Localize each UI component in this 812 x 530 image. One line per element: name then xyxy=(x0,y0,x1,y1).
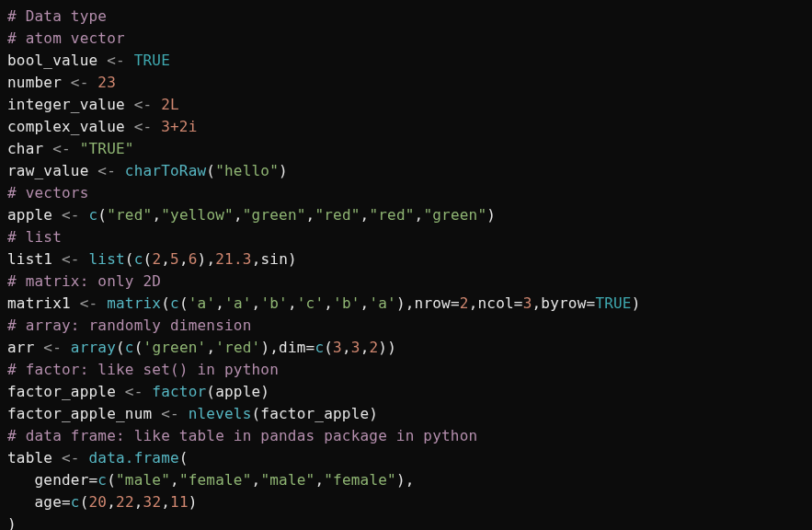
ident-table: table xyxy=(7,449,52,467)
code-block: # Data type # atom vector bool_value <- … xyxy=(0,0,812,530)
ident-bool-value: bool_value xyxy=(7,52,97,69)
assign-op: <- xyxy=(71,294,107,312)
assign-op: <- xyxy=(125,96,161,113)
assign-op: <- xyxy=(35,339,71,356)
fn-nlevels: nlevels xyxy=(189,405,252,422)
kw-dim: dim xyxy=(279,339,306,356)
literal-true: TRUE xyxy=(134,52,170,69)
fn-c-matrix: c xyxy=(170,294,179,312)
comment-vectors: # vectors xyxy=(7,184,89,202)
ident-matrix1: matrix1 xyxy=(7,294,71,312)
str-green2: "green" xyxy=(423,206,486,224)
fn-c-dim: c xyxy=(315,339,324,356)
str-red: "red" xyxy=(107,206,152,224)
ident-complex-value: complex_value xyxy=(7,118,125,135)
ident-char: char xyxy=(7,140,43,157)
arg-factor-apple: factor_apple xyxy=(260,405,369,422)
fn-c-arr1: c xyxy=(125,339,134,356)
ident-number: number xyxy=(7,74,62,91)
num-32: 32 xyxy=(143,493,162,511)
str-male1: "male" xyxy=(116,471,170,489)
assign-op: <- xyxy=(52,449,88,467)
kw-nrow: nrow xyxy=(415,294,451,312)
str-female1: "female" xyxy=(179,471,252,489)
num-11: 11 xyxy=(170,493,189,511)
str-b2: 'b' xyxy=(333,294,360,312)
num-6: 6 xyxy=(189,250,198,268)
arg-hello: "hello" xyxy=(215,162,279,179)
kw-age: age xyxy=(35,493,63,511)
ident-arr: arr xyxy=(7,339,35,356)
comment-data-type: # Data type xyxy=(7,7,107,25)
literal-true-byrow: TRUE xyxy=(595,294,631,312)
fn-list: list xyxy=(89,250,125,268)
str-male2: "male" xyxy=(260,471,315,489)
str-red-arr: 'red' xyxy=(215,339,260,356)
fn-chartoraw: charToRaw xyxy=(125,162,207,179)
str-green-arr: 'green' xyxy=(143,339,207,356)
num-d3: 2 xyxy=(369,339,378,356)
str-green: "green" xyxy=(243,206,306,224)
arg-apple: apple xyxy=(215,383,260,400)
comment-list: # list xyxy=(7,228,62,246)
num-ncol: 3 xyxy=(523,294,532,312)
literal-char-true: "TRUE" xyxy=(80,140,134,157)
num-5: 5 xyxy=(170,250,179,268)
ident-list1: list1 xyxy=(7,250,52,268)
num-20: 20 xyxy=(89,493,108,511)
num-d1: 3 xyxy=(333,339,342,356)
kw-byrow: byrow xyxy=(541,294,586,312)
ident-sin: sin xyxy=(260,250,288,268)
fn-c-gender: c xyxy=(97,471,107,489)
comment-array: # array: randomly dimension xyxy=(7,317,252,334)
ident-integer-value: integer_value xyxy=(7,96,125,113)
num-2: 2 xyxy=(152,250,161,268)
str-red3: "red" xyxy=(369,206,414,224)
fn-factor: factor xyxy=(152,383,206,400)
kw-gender: gender xyxy=(35,471,89,489)
ident-factor-apple: factor_apple xyxy=(7,383,116,400)
str-c1: 'c' xyxy=(297,294,325,312)
comment-atom-vector: # atom vector xyxy=(7,29,125,47)
assign-op: <- xyxy=(152,405,188,422)
literal-23: 23 xyxy=(97,74,116,91)
fn-c-age: c xyxy=(71,493,80,511)
fn-c: c xyxy=(89,206,98,224)
ident-raw-value: raw_value xyxy=(7,162,89,179)
num-21-3: 21.3 xyxy=(215,250,251,268)
comment-matrix: # matrix: only 2D xyxy=(7,272,161,290)
num-nrow: 2 xyxy=(460,294,469,312)
str-a3: 'a' xyxy=(369,294,396,312)
literal-complex: 3+2i xyxy=(161,118,197,135)
str-red2: "red" xyxy=(315,206,360,224)
str-b1: 'b' xyxy=(260,294,288,312)
assign-op: <- xyxy=(43,140,79,157)
num-d2: 3 xyxy=(351,339,360,356)
kw-ncol: ncol xyxy=(477,294,513,312)
fn-data-frame: data.frame xyxy=(89,449,179,467)
num-22: 22 xyxy=(116,493,134,511)
ident-apple: apple xyxy=(7,206,52,224)
ident-factor-apple-num: factor_apple_num xyxy=(7,405,152,422)
literal-2l: 2L xyxy=(161,96,179,113)
fn-c-inner: c xyxy=(134,250,143,268)
assign-op: <- xyxy=(89,162,125,179)
str-female2: "female" xyxy=(324,471,396,489)
assign-op: <- xyxy=(62,74,97,91)
assign-op: <- xyxy=(97,52,133,69)
fn-array: array xyxy=(71,339,116,356)
comment-factor: # factor: like set() in python xyxy=(7,361,279,378)
assign-op: <- xyxy=(52,250,88,268)
str-a1: 'a' xyxy=(189,294,216,312)
assign-op: <- xyxy=(125,118,161,135)
assign-op: <- xyxy=(52,206,88,224)
comment-dataframe: # data frame: like table in pandas packa… xyxy=(7,427,477,444)
assign-op: <- xyxy=(116,383,152,400)
str-a2: 'a' xyxy=(224,294,252,312)
fn-matrix: matrix xyxy=(107,294,161,312)
str-yellow: "yellow" xyxy=(161,206,234,224)
